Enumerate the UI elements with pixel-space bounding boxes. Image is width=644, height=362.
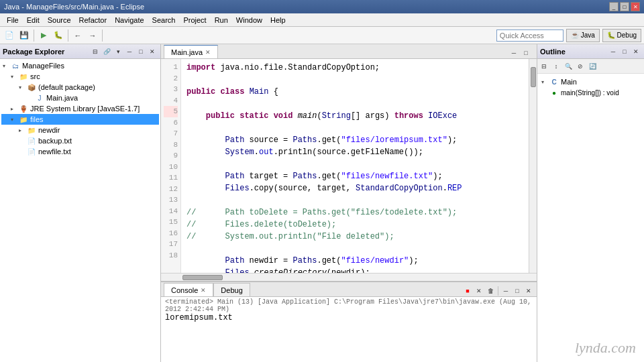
console-close-button[interactable]: ✕ bbox=[523, 286, 534, 296]
tree-item-src[interactable]: ▾ 📁 src bbox=[1, 71, 159, 82]
console-panel: Console ✕ Debug ■ ✕ 🗑 ─ □ ✕ bbox=[161, 282, 537, 362]
line-numbers: 1 2 3 4 5 6 7 8 9 10 11 12 13 14 15 16 1 bbox=[161, 59, 181, 273]
editor-tab-main-java[interactable]: Main.java ✕ bbox=[164, 45, 218, 58]
minimize-panel-button[interactable]: ─ bbox=[124, 46, 135, 57]
outline-hide-fields[interactable]: ⊘ bbox=[575, 61, 586, 72]
outline-maximize-button[interactable]: □ bbox=[619, 46, 630, 57]
expand-arrow-newdir[interactable]: ▸ bbox=[19, 127, 27, 133]
java-perspective-button[interactable]: ☕ Java bbox=[566, 29, 600, 42]
new-button[interactable]: 📄 bbox=[3, 29, 16, 42]
console-minimize-button[interactable]: ─ bbox=[500, 286, 511, 296]
menu-file[interactable]: File bbox=[3, 15, 23, 25]
project-icon: 🗂 bbox=[11, 61, 20, 70]
tree-label-backup-txt: backup.txt bbox=[38, 137, 72, 145]
console-tabs: Console ✕ Debug ■ ✕ 🗑 ─ □ ✕ bbox=[161, 282, 537, 297]
outline-label-main-method: main(String[]) : void bbox=[561, 89, 619, 97]
maximize-button[interactable]: □ bbox=[620, 2, 629, 11]
quick-access-input[interactable] bbox=[496, 29, 564, 42]
editor-minimize-button[interactable]: ─ bbox=[508, 48, 519, 58]
outline-collapse-all[interactable]: ⊟ bbox=[539, 61, 549, 72]
terminate-button[interactable]: ■ bbox=[462, 286, 473, 296]
debug-tab[interactable]: Debug bbox=[213, 283, 250, 296]
menu-run[interactable]: Run bbox=[211, 15, 232, 25]
minimize-button[interactable]: _ bbox=[609, 2, 619, 11]
package-icon: 📦 bbox=[27, 82, 36, 92]
window-title: Java - ManageFiles/src/Main.java - Eclip… bbox=[4, 3, 144, 11]
clear-button[interactable]: 🗑 bbox=[485, 286, 496, 296]
outline-item-main-class[interactable]: ▾ C Main bbox=[540, 76, 641, 87]
quick-access-area: ☕ Java 🐛 Debug bbox=[496, 29, 641, 42]
outline-method-icon: ● bbox=[549, 88, 559, 97]
outline-class-icon: C bbox=[549, 77, 559, 86]
view-menu-button[interactable]: ▾ bbox=[113, 46, 123, 57]
menu-project[interactable]: Project bbox=[179, 15, 210, 25]
console-output: loremipsum.txt bbox=[165, 313, 533, 322]
tree-label-files: files bbox=[30, 115, 44, 123]
package-explorer-panel: Package Explorer ⊟ 🔗 ▾ ─ □ ✕ ▾ 🗂 ManageF… bbox=[0, 44, 161, 362]
menu-refactor[interactable]: Refactor bbox=[75, 15, 111, 25]
expand-arrow-src[interactable]: ▾ bbox=[11, 74, 19, 80]
code-content[interactable]: import java.nio.file.StandardCopyOption;… bbox=[181, 59, 529, 273]
outline-sort[interactable]: ↕ bbox=[551, 61, 561, 72]
outline-tree: ▾ C Main ● main(String[]) : void bbox=[537, 74, 644, 101]
menu-source[interactable]: Source bbox=[44, 15, 75, 25]
tree-label-manage-files: ManageFiles bbox=[22, 62, 64, 70]
editor-horizontal-scrollbar[interactable] bbox=[161, 273, 537, 281]
window-controls[interactable]: _ □ ✕ bbox=[609, 2, 640, 11]
outline-item-main-method[interactable]: ● main(String[]) : void bbox=[540, 87, 641, 98]
expand-arrow-default-package[interactable]: ▾ bbox=[19, 84, 27, 90]
editor-vscroll-thumb[interactable] bbox=[531, 67, 536, 87]
code-editor[interactable]: 1 2 3 4 5 6 7 8 9 10 11 12 13 14 15 16 1 bbox=[161, 59, 537, 273]
tree-item-jre[interactable]: ▸ 🏺 JRE System Library [JavaSE-1.7] bbox=[1, 103, 159, 114]
outline-sync-editor[interactable]: 🔄 bbox=[587, 61, 598, 72]
outline-expand-main[interactable]: ▾ bbox=[541, 79, 549, 85]
tree-item-manage-files[interactable]: ▾ 🗂 ManageFiles bbox=[1, 60, 159, 71]
close-button[interactable]: ✕ bbox=[631, 2, 640, 11]
tree-item-backup-txt[interactable]: 📄 backup.txt bbox=[1, 135, 159, 146]
editor-area: Main.java ✕ ─ □ 1 2 3 4 5 6 7 bbox=[161, 44, 537, 282]
tree-item-main-java[interactable]: J Main.java bbox=[1, 93, 159, 103]
back-button[interactable]: ← bbox=[71, 29, 85, 42]
outline-minimize-button[interactable]: ─ bbox=[608, 46, 619, 57]
outline-filter[interactable]: 🔍 bbox=[563, 61, 574, 72]
editor-hscroll-thumb[interactable] bbox=[182, 275, 223, 280]
link-editor-button[interactable]: 🔗 bbox=[101, 46, 112, 57]
jar-icon: 🏺 bbox=[19, 104, 28, 113]
maximize-panel-button[interactable]: □ bbox=[136, 46, 146, 57]
debug-perspective-button[interactable]: 🐛 Debug bbox=[602, 29, 641, 42]
expand-arrow-manage-files[interactable]: ▾ bbox=[3, 63, 11, 69]
tree-label-jre: JRE System Library [JavaSE-1.7] bbox=[30, 105, 140, 113]
debug-button[interactable]: 🐛 bbox=[52, 29, 65, 42]
debug-tab-label: Debug bbox=[221, 286, 242, 294]
outline-header-buttons: ─ □ ✕ bbox=[608, 46, 641, 57]
file-icon-newfile: 📄 bbox=[27, 147, 36, 156]
console-tab[interactable]: Console ✕ bbox=[164, 283, 213, 296]
toolbar-separator-2 bbox=[68, 29, 68, 42]
save-button[interactable]: 💾 bbox=[17, 29, 31, 42]
outline-close-button[interactable]: ✕ bbox=[631, 46, 641, 57]
tree-item-newdir[interactable]: ▸ 📁 newdir bbox=[1, 125, 159, 135]
menu-edit[interactable]: Edit bbox=[23, 15, 44, 25]
tree-item-default-package[interactable]: ▾ 📦 (default package) bbox=[1, 82, 159, 93]
expand-arrow-files[interactable]: ▾ bbox=[11, 117, 19, 123]
editor-maximize-button[interactable]: □ bbox=[521, 48, 531, 58]
editor-tab-close-icon[interactable]: ✕ bbox=[205, 49, 211, 56]
close-panel-button[interactable]: ✕ bbox=[147, 46, 158, 57]
collapse-all-button[interactable]: ⊟ bbox=[90, 46, 101, 57]
menu-navigate[interactable]: Navigate bbox=[111, 15, 148, 25]
java-file-icon: J bbox=[35, 93, 44, 103]
console-tab-close[interactable]: ✕ bbox=[201, 287, 206, 294]
console-separator bbox=[498, 286, 498, 296]
editor-tabs: Main.java ✕ ─ □ bbox=[161, 44, 537, 59]
console-maximize-button[interactable]: □ bbox=[512, 286, 523, 296]
expand-arrow-jre[interactable]: ▸ bbox=[11, 106, 19, 112]
tree-item-files[interactable]: ▾ 📁 files bbox=[1, 114, 159, 125]
menu-search[interactable]: Search bbox=[148, 15, 180, 25]
tree-item-newfile-txt[interactable]: 📄 newfile.txt bbox=[1, 146, 159, 157]
remove-button[interactable]: ✕ bbox=[474, 286, 484, 296]
menu-window[interactable]: Window bbox=[232, 15, 266, 25]
menu-help[interactable]: Help bbox=[266, 15, 290, 25]
forward-button[interactable]: → bbox=[86, 29, 99, 42]
run-button[interactable]: ▶ bbox=[37, 29, 50, 42]
editor-vertical-scrollbar[interactable] bbox=[529, 59, 537, 273]
